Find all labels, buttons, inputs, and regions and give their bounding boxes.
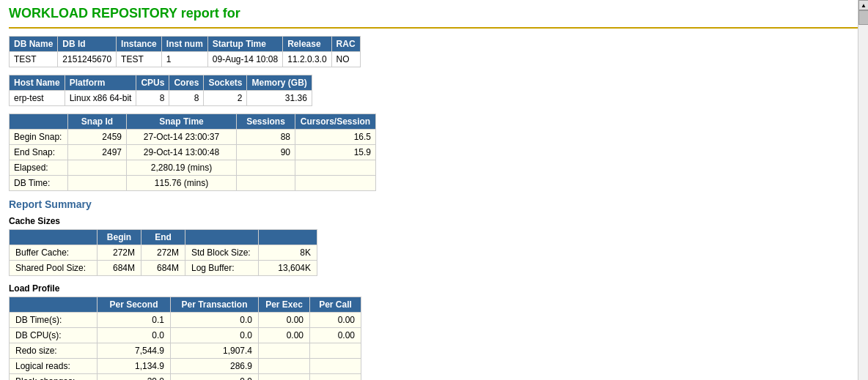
db-info-section: DB Name DB Id Instance Inst num Startup … xyxy=(9,36,859,67)
redo-per-sec: 7,544.9 xyxy=(98,343,171,359)
dbtime-per-txn: 0.0 xyxy=(171,313,259,328)
host-name-val: erp-test xyxy=(10,91,65,106)
shared-pool-begin: 684M xyxy=(98,261,141,276)
db-info-table: DB Name DB Id Instance Inst num Startup … xyxy=(9,36,361,67)
col-memory: Memory (GB) xyxy=(247,75,312,91)
block-per-sec: 39.0 xyxy=(98,374,171,381)
dbtime-label: DB Time: xyxy=(10,176,68,191)
begin-snap-cursors: 16.5 xyxy=(295,130,376,145)
cache-table: Begin End Buffer Cache: 272M 272M Std Bl… xyxy=(9,229,317,276)
col-rac: RAC xyxy=(331,37,360,52)
block-per-txn: 9.9 xyxy=(171,374,259,381)
host-info-table: Host Name Platform CPUs Cores Sockets Me… xyxy=(9,75,312,106)
logical-per-txn: 286.9 xyxy=(171,359,259,374)
log-buffer-val: 13,604K xyxy=(259,261,317,276)
log-buffer-label: Log Buffer: xyxy=(185,261,259,276)
gold-divider xyxy=(9,27,859,29)
load-col-per-sec: Per Second xyxy=(98,297,171,313)
scrollbar-up-arrow[interactable]: ▲ xyxy=(858,0,868,10)
logical-label: Logical reads: xyxy=(10,359,98,374)
elapsed-id xyxy=(68,160,127,176)
sockets-val: 2 xyxy=(204,91,247,106)
col-sockets: Sockets xyxy=(204,75,247,91)
dbcpu-per-sec: 0.0 xyxy=(98,328,171,343)
load-row-logical: Logical reads: 1,134.9 286.9 xyxy=(10,359,361,374)
dbtime-per-exec: 0.00 xyxy=(259,313,310,328)
dbcpu-per-txn: 0.0 xyxy=(171,328,259,343)
load-table: Per Second Per Transaction Per Exec Per … xyxy=(9,297,361,380)
elapsed-time: 2,280.19 (mins) xyxy=(127,160,237,176)
buffer-cache-end: 272M xyxy=(141,245,185,261)
cache-col-end: End xyxy=(141,230,185,245)
dbcpu-label: DB CPU(s): xyxy=(10,328,98,343)
begin-snap-id: 2459 xyxy=(68,130,127,145)
dbcpu-per-call: 0.00 xyxy=(310,328,361,343)
load-col-label xyxy=(10,297,98,313)
memory-val: 31.36 xyxy=(247,91,312,106)
report-summary-title: Report Summary xyxy=(9,198,859,210)
dbtime-s-label: DB Time(s): xyxy=(10,313,98,328)
dbtime-id xyxy=(68,176,127,191)
snap-row-elapsed: Elapsed: 2,280.19 (mins) xyxy=(10,160,376,176)
cores-val: 8 xyxy=(169,91,204,106)
dbtime-cursors xyxy=(295,176,376,191)
snap-info-section: Snap Id Snap Time Sessions Cursors/Sessi… xyxy=(9,113,859,191)
shared-pool-label: Shared Pool Size: xyxy=(10,261,98,276)
snap-row-end: End Snap: 2497 29-Oct-14 13:00:48 90 15.… xyxy=(10,145,376,160)
snap-row-begin: Begin Snap: 2459 27-Oct-14 23:00:37 88 1… xyxy=(10,130,376,145)
snap-col-cursors: Cursors/Session xyxy=(295,114,376,130)
db-id-val: 2151245670 xyxy=(58,52,117,67)
col-cpus: CPUs xyxy=(136,75,169,91)
begin-snap-sessions: 88 xyxy=(237,130,295,145)
inst-num-val: 1 xyxy=(161,52,207,67)
redo-label: Redo size: xyxy=(10,343,98,359)
instance-val: TEST xyxy=(117,52,162,67)
dbtime-per-sec: 0.1 xyxy=(98,313,171,328)
shared-pool-end: 684M xyxy=(141,261,185,276)
std-block-val: 8K xyxy=(259,245,317,261)
snap-col-sessions: Sessions xyxy=(237,114,295,130)
db-info-row: TEST 2151245670 TEST 1 09-Aug-14 10:08 1… xyxy=(10,52,361,67)
logical-per-sec: 1,134.9 xyxy=(98,359,171,374)
cache-sizes-section: Begin End Buffer Cache: 272M 272M Std Bl… xyxy=(9,229,859,276)
col-cores: Cores xyxy=(169,75,204,91)
elapsed-sessions xyxy=(237,160,295,176)
cache-row-shared-pool: Shared Pool Size: 684M 684M Log Buffer: … xyxy=(10,261,317,276)
begin-snap-time: 27-Oct-14 23:00:37 xyxy=(127,130,237,145)
end-snap-cursors: 15.9 xyxy=(295,145,376,160)
col-inst-num: Inst num xyxy=(161,37,207,52)
col-platform: Platform xyxy=(65,75,136,91)
scrollbar[interactable]: ▲ xyxy=(858,0,868,380)
cache-col-begin: Begin xyxy=(98,230,141,245)
snap-info-table: Snap Id Snap Time Sessions Cursors/Sessi… xyxy=(9,113,376,191)
end-snap-sessions: 90 xyxy=(237,145,295,160)
cache-row-buffer: Buffer Cache: 272M 272M Std Block Size: … xyxy=(10,245,317,261)
snap-row-dbtime: DB Time: 115.76 (mins) xyxy=(10,176,376,191)
end-snap-label: End Snap: xyxy=(10,145,68,160)
buffer-cache-begin: 272M xyxy=(98,245,141,261)
platform-val: Linux x86 64-bit xyxy=(65,91,136,106)
db-name-val: TEST xyxy=(10,52,58,67)
block-per-call xyxy=(310,374,361,381)
col-db-id: DB Id xyxy=(58,37,117,52)
page-container: WORKLOAD REPOSITORY report for DB Name D… xyxy=(0,0,868,380)
load-profile-title: Load Profile xyxy=(9,283,859,294)
logical-per-call xyxy=(310,359,361,374)
load-row-redo: Redo size: 7,544.9 1,907.4 xyxy=(10,343,361,359)
scrollbar-thumb[interactable] xyxy=(858,10,868,25)
cpus-val: 8 xyxy=(136,91,169,106)
redo-per-call xyxy=(310,343,361,359)
end-snap-id: 2497 xyxy=(68,145,127,160)
dbcpu-per-exec: 0.00 xyxy=(259,328,310,343)
host-info-row: erp-test Linux x86 64-bit 8 8 2 31.36 xyxy=(10,91,312,106)
buffer-cache-label: Buffer Cache: xyxy=(10,245,98,261)
std-block-label: Std Block Size: xyxy=(185,245,259,261)
elapsed-label: Elapsed: xyxy=(10,160,68,176)
logical-per-exec xyxy=(259,359,310,374)
load-row-block: Block changes: 39.0 9.9 xyxy=(10,374,361,381)
host-info-section: Host Name Platform CPUs Cores Sockets Me… xyxy=(9,75,859,106)
elapsed-cursors xyxy=(295,160,376,176)
rac-val: NO xyxy=(331,52,360,67)
load-row-dbtime: DB Time(s): 0.1 0.0 0.00 0.00 xyxy=(10,313,361,328)
block-per-exec xyxy=(259,374,310,381)
